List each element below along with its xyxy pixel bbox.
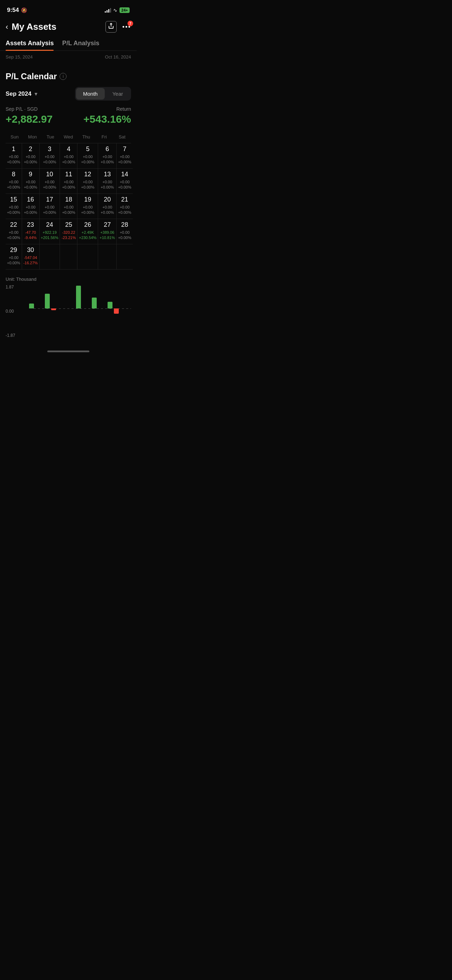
date-start: Sep 15, 2024 [6,54,33,60]
chart-bar-positive [108,302,113,309]
year-toggle[interactable]: Year [105,88,130,100]
tab-pl-analysis[interactable]: P/L Analysis [62,37,99,51]
calendar-cell[interactable]: 19+0.00 +0.00% [78,194,98,219]
calendar-cell[interactable]: 17+0.00 +0.00% [40,194,60,219]
month-toggle[interactable]: Month [76,88,105,100]
cal-date-num: 1 [12,145,16,153]
calendar-cell[interactable]: 15+0.00 +0.00% [6,194,22,219]
calendar-cell[interactable]: 29+0.00 +0.00% [6,244,22,269]
cal-date-num: 19 [84,196,91,203]
cal-pl-value: +0.00 +0.00% [81,205,95,216]
calendar-cell[interactable]: 30-547.04 -16.27% [22,244,40,269]
calendar-cell[interactable]: 25-320.22 -23.21% [60,219,78,244]
calendar-cell[interactable]: 28+0.00 +0.00% [117,219,133,244]
chart-bar-wrap [35,285,50,332]
calendar-cell[interactable]: 27+389.06 +10.81% [98,219,117,244]
notification-badge: 7 [127,21,133,26]
calendar-cell[interactable]: 7+0.00 +0.00% [117,143,133,169]
cal-pl-value: +0.00 +0.00% [118,230,131,241]
calendar-cell[interactable]: 8+0.00 +0.00% [6,169,22,194]
calendar-cell[interactable]: 14+0.00 +0.00% [117,169,133,194]
cal-date-num: 2 [29,145,32,153]
view-toggle-group: Month Year [75,87,131,100]
back-button[interactable]: ‹ [6,22,8,32]
calendar-cell[interactable]: 4+0.00 +0.00% [60,143,78,169]
cal-date-num: 29 [10,247,17,254]
pl-left: Sep P/L · SGD +2,882.97 [6,106,53,125]
cal-date-num: 20 [104,196,111,203]
more-button[interactable]: ••• 7 [122,23,131,31]
chart-bar-wrap [67,285,81,332]
share-button[interactable] [105,21,117,33]
calendar-cell[interactable]: 18+0.00 +0.00% [60,194,78,219]
cal-pl-value: +0.00 +0.00% [24,205,37,216]
calendar-cell[interactable]: 2+0.00 +0.00% [22,143,40,169]
chart-label-mid: 0.00 [6,309,15,314]
day-thu: Thu [78,132,95,142]
calendar-cell[interactable]: 11+0.00 +0.00% [60,169,78,194]
cal-pl-value: +922.19 +201.56% [41,230,59,241]
chart-bar-wrap [82,285,97,332]
calendar-cell[interactable]: 22+0.00 +0.00% [6,219,22,244]
cal-date-num: 27 [104,221,111,229]
cal-pl-value: +0.00 +0.00% [62,180,75,190]
status-time: 9:54 [7,7,19,14]
cal-pl-value: -320.22 -23.21% [61,230,76,241]
chart-bar-wrap [98,285,113,332]
day-tue: Tue [41,132,59,142]
cal-date-num: 8 [12,171,16,178]
tab-assets-analysis[interactable]: Assets Analysis [6,37,54,51]
calendar-cell[interactable] [78,244,98,269]
period-selector[interactable]: Sep 2024 ▼ [6,91,38,97]
calendar-cell[interactable] [117,244,133,269]
calendar-cell[interactable]: 21+0.00 +0.00% [117,194,133,219]
calendar-cell[interactable] [98,244,117,269]
calendar-cell[interactable]: 23-47.70 -9.44% [22,219,40,244]
chart-bar-positive [29,304,34,309]
battery-icon: 24+ [119,7,130,13]
cal-date-num: 9 [29,171,32,178]
day-sat: Sat [113,132,131,142]
date-end: Oct 16, 2024 [105,54,131,60]
calendar-cell[interactable]: 9+0.00 +0.00% [22,169,40,194]
calendar-cell[interactable]: 13+0.00 +0.00% [98,169,117,194]
cal-date-num: 5 [86,145,89,153]
period-text: Sep 2024 [6,91,32,97]
wifi-icon: ∿ [113,7,118,13]
calendar-cell[interactable]: 10+0.00 +0.00% [40,169,60,194]
chart-label-top: 1.87 [6,285,15,290]
calendar-cell[interactable]: 20+0.00 +0.00% [98,194,117,219]
calendar-cell[interactable]: 26+2.49K +230.54% [78,219,98,244]
calendar-cell[interactable]: 3+0.00 +0.00% [40,143,60,169]
header-left: ‹ My Assets [6,21,56,32]
tab-navigation: Assets Analysis P/L Analysis [0,37,137,51]
calendar-grid: 1+0.00 +0.00%2+0.00 +0.00%3+0.00 +0.00%4… [6,143,131,269]
cal-date-num: 25 [65,221,72,229]
calendar-cell[interactable]: 16+0.00 +0.00% [22,194,40,219]
pl-calendar-section: P/L Calendar i Sep 2024 ▼ Month Year Sep… [0,65,137,269]
cal-pl-value: +0.00 +0.00% [43,180,56,190]
cal-pl-value: +0.00 +0.00% [24,180,37,190]
page-title: My Assets [11,21,56,32]
calendar-cell[interactable]: 6+0.00 +0.00% [98,143,117,169]
calendar-header: Sun Mon Tue Wed Thu Fri Sat [6,132,131,142]
cal-pl-value: +0.00 +0.00% [43,154,56,165]
pl-summary: Sep P/L · SGD +2,882.97 Return +543.16% [6,106,131,125]
scroll-bar [47,350,89,352]
chart-y-labels: 1.87 0.00 -1.87 [6,285,15,341]
calendar-cell[interactable]: 24+922.19 +201.56% [40,219,60,244]
chart-bar-negative [51,309,56,310]
cal-date-num: 26 [84,221,91,229]
cal-date-num: 10 [46,171,53,178]
calendar-cell[interactable] [40,244,60,269]
cal-pl-value: +0.00 +0.00% [118,154,131,165]
chart-bar-wrap [20,285,34,332]
cal-pl-value: +2.49K +230.54% [79,230,96,241]
calendar-cell[interactable]: 5+0.00 +0.00% [78,143,98,169]
cal-date-num: 21 [121,196,128,203]
cal-pl-value: +0.00 +0.00% [62,205,75,216]
info-icon[interactable]: i [60,73,67,80]
calendar-cell[interactable] [60,244,78,269]
calendar-cell[interactable]: 1+0.00 +0.00% [6,143,22,169]
calendar-cell[interactable]: 12+0.00 +0.00% [78,169,98,194]
